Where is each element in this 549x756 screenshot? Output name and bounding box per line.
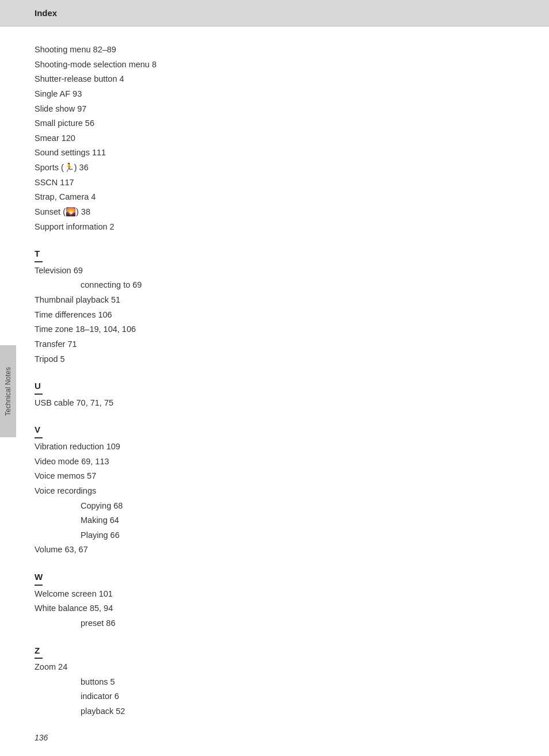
list-item: Tripod 5 bbox=[35, 352, 514, 366]
t-section: T Television 69 connecting to 69 Thumbna… bbox=[35, 240, 514, 366]
list-item: indicator 6 bbox=[35, 689, 514, 704]
list-item: buttons 5 bbox=[35, 675, 514, 689]
list-item: Support information 2 bbox=[35, 220, 514, 234]
main-content: Shooting menu 82–89 Shooting-mode select… bbox=[0, 26, 549, 744]
list-item: Transfer 71 bbox=[35, 337, 514, 352]
list-item: Smear 120 bbox=[35, 131, 514, 146]
sidebar-tab: Technical Notes bbox=[0, 345, 16, 437]
list-item: USB cable 70, 71, 75 bbox=[35, 396, 514, 410]
header-title: Index bbox=[35, 8, 57, 18]
list-item: Single AF 93 bbox=[35, 87, 514, 101]
list-item: Welcome screen 101 bbox=[35, 587, 514, 601]
list-item: Television 69 bbox=[35, 264, 514, 278]
section-letter-v: V bbox=[35, 417, 514, 440]
list-item: White balance 85, 94 bbox=[35, 601, 514, 616]
list-item: Shooting menu 82–89 bbox=[35, 43, 514, 57]
w-section: W Welcome screen 101 White balance 85, 9… bbox=[35, 564, 514, 630]
list-item: Making 64 bbox=[35, 513, 514, 528]
list-item: Slide show 97 bbox=[35, 102, 514, 116]
list-item: Shooting-mode selection menu 8 bbox=[35, 58, 514, 72]
list-item: Sunset (🌄) 38 bbox=[35, 205, 514, 219]
section-letter-z: Z bbox=[35, 637, 514, 660]
list-item: preset 86 bbox=[35, 616, 514, 631]
list-item: Voice recordings bbox=[35, 484, 514, 498]
section-letter-t: T bbox=[35, 240, 514, 264]
list-item: Shutter-release button 4 bbox=[35, 72, 514, 86]
section-letter-w: W bbox=[35, 564, 514, 587]
list-item: Vibration reduction 109 bbox=[35, 440, 514, 454]
page-number: 136 bbox=[35, 733, 48, 742]
list-item: Video mode 69, 113 bbox=[35, 455, 514, 469]
list-item: Thumbnail playback 51 bbox=[35, 293, 514, 307]
list-item: Voice memos 57 bbox=[35, 469, 514, 483]
page-header: Index bbox=[0, 0, 549, 26]
list-item: Playing 66 bbox=[35, 528, 514, 543]
list-item: Volume 63, 67 bbox=[35, 543, 514, 557]
list-item: SSCN 117 bbox=[35, 175, 514, 190]
list-item: Strap, Camera 4 bbox=[35, 190, 514, 204]
list-item: playback 52 bbox=[35, 704, 514, 719]
list-item: Sports (🏃) 36 bbox=[35, 161, 514, 175]
list-item: Time differences 106 bbox=[35, 308, 514, 322]
list-item: Zoom 24 bbox=[35, 660, 514, 674]
list-item: Small picture 56 bbox=[35, 116, 514, 131]
s-section: Shooting menu 82–89 Shooting-mode select… bbox=[35, 43, 514, 234]
list-item: connecting to 69 bbox=[35, 278, 514, 292]
z-section: Z Zoom 24 buttons 5 indicator 6 playback… bbox=[35, 637, 514, 719]
section-letter-u: U bbox=[35, 373, 514, 396]
u-section: U USB cable 70, 71, 75 bbox=[35, 373, 514, 410]
v-section: V Vibration reduction 109 Video mode 69,… bbox=[35, 417, 514, 557]
list-item: Sound settings 111 bbox=[35, 146, 514, 160]
list-item: Time zone 18–19, 104, 106 bbox=[35, 322, 514, 337]
sidebar-label-text: Technical Notes bbox=[4, 367, 12, 416]
list-item: Copying 68 bbox=[35, 499, 514, 513]
